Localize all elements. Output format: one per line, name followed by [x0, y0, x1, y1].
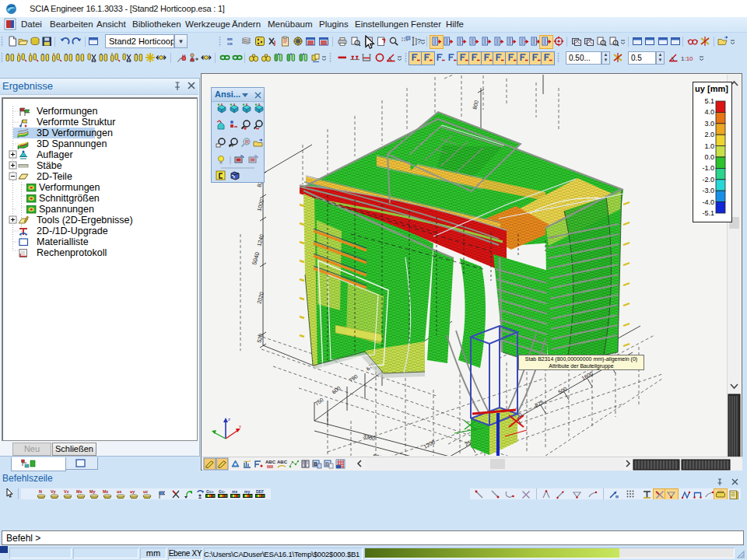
svg-text:mx: mx	[232, 489, 237, 494]
svg-text:uz: uz	[143, 489, 148, 494]
svg-text:Verformungen: Verformungen	[37, 106, 98, 117]
svg-text:-3.0: -3.0	[702, 187, 714, 194]
svg-text:B: B	[314, 461, 317, 467]
svg-text:Mx: Mx	[76, 489, 83, 494]
svg-text:875: 875	[534, 399, 545, 408]
svg-text:-4.0: -4.0	[702, 198, 714, 206]
svg-text:500: 500	[557, 386, 568, 395]
svg-text:3D Verformungen: 3D Verformungen	[37, 128, 113, 138]
svg-text:3300: 3300	[363, 433, 376, 442]
svg-text:5.1: 5.1	[704, 97, 714, 105]
svg-text:-5.1: -5.1	[702, 209, 714, 217]
svg-text:Schnittgrößen: Schnittgrößen	[39, 193, 100, 204]
svg-text:Spannungen: Spannungen	[39, 204, 94, 215]
svg-text:Gc+: Gc+	[206, 489, 214, 494]
svg-text:520: 520	[256, 333, 264, 343]
svg-text:3.0: 3.0	[704, 120, 714, 128]
svg-text:2D-/1D-Upgrade: 2D-/1D-Upgrade	[37, 226, 108, 236]
svg-text:Gc-: Gc-	[219, 489, 226, 494]
svg-text:my: my	[244, 489, 250, 494]
svg-text:Materialliste: Materialliste	[37, 236, 89, 247]
svg-text:1.0: 1.0	[704, 142, 714, 150]
svg-text:6000: 6000	[373, 453, 386, 456]
svg-text:1:10: 1:10	[681, 55, 693, 62]
svg-text:z: z	[228, 417, 230, 422]
svg-text:1000: 1000	[256, 198, 265, 212]
svg-text:Stäbe: Stäbe	[37, 160, 62, 171]
svg-text:5040: 5040	[251, 251, 261, 265]
svg-text:Vz: Vz	[64, 489, 69, 494]
svg-text:My: My	[89, 489, 96, 494]
svg-text:2.0: 2.0	[704, 131, 714, 138]
svg-text:1600: 1600	[580, 370, 594, 381]
svg-text:B: B	[325, 461, 329, 467]
svg-text:-2.0: -2.0	[702, 176, 714, 184]
svg-text:x: x	[239, 424, 241, 429]
svg-text:2D-Teile: 2D-Teile	[37, 171, 72, 182]
svg-text:ABC: ABC	[265, 460, 276, 464]
svg-text:uy: uy	[130, 489, 135, 494]
svg-text:ABC: ABC	[277, 460, 288, 464]
svg-text:4.0: 4.0	[704, 108, 714, 116]
svg-text:600: 600	[331, 385, 342, 395]
svg-text:N: N	[39, 489, 42, 494]
svg-text:3D Spannungen: 3D Spannungen	[37, 138, 107, 149]
svg-text:ux: ux	[117, 489, 122, 494]
svg-text:DEF: DEF	[256, 489, 264, 494]
svg-text:Tools (2D-Ergebnisse): Tools (2D-Ergebnisse)	[37, 215, 133, 226]
svg-text:1240: 1240	[256, 233, 265, 247]
svg-text:Mz: Mz	[103, 489, 109, 494]
svg-text:Verformte Struktur: Verformte Struktur	[37, 117, 115, 128]
svg-text:Verformungen: Verformungen	[39, 182, 100, 193]
svg-text:Vy: Vy	[51, 489, 56, 494]
svg-text:750: 750	[314, 397, 324, 407]
svg-text:800: 800	[472, 100, 479, 110]
svg-text:790: 790	[348, 373, 359, 383]
svg-text:Rechenprotokoll: Rechenprotokoll	[37, 247, 107, 258]
svg-text:-1.0: -1.0	[702, 164, 714, 172]
svg-text:1200: 1200	[423, 439, 436, 450]
svg-text:0.0: 0.0	[704, 153, 714, 161]
svg-text:2020: 2020	[256, 291, 265, 304]
svg-text:Auflager: Auflager	[37, 149, 73, 160]
